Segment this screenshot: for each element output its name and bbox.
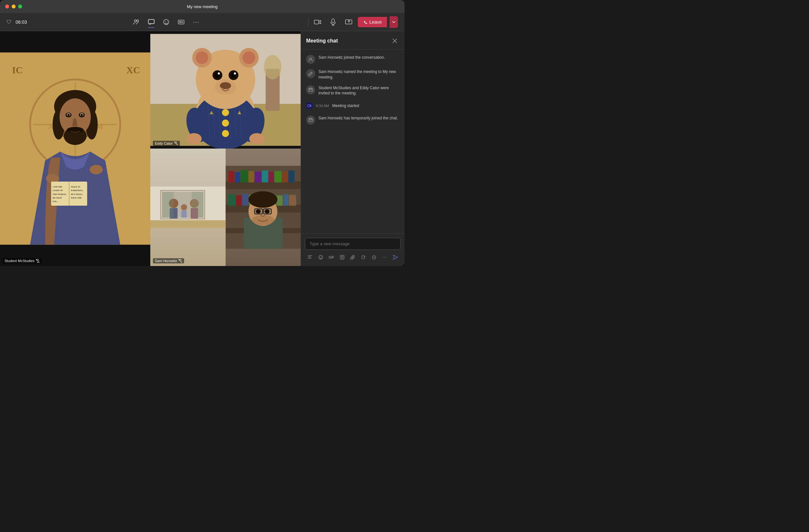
format-button[interactable] xyxy=(306,252,315,262)
schedule-icon xyxy=(372,255,377,260)
attach-button[interactable] xyxy=(348,252,358,262)
chat-icon-pencil xyxy=(306,69,315,78)
leave-label: Leave xyxy=(369,19,382,25)
svg-rect-114 xyxy=(228,194,235,206)
minimize-button[interactable] xyxy=(12,4,16,8)
svg-point-68 xyxy=(222,130,229,137)
svg-point-86 xyxy=(215,79,236,95)
temp-join-icon xyxy=(308,118,313,122)
chat-msg-text: Sam Horowitz named the meeting to My new… xyxy=(319,69,399,80)
chat-icon-person xyxy=(306,55,315,64)
chat-title: Meeting chat xyxy=(306,38,338,44)
toolbar: 🛡 06:03 xyxy=(0,13,404,31)
loop-button[interactable] xyxy=(359,252,368,262)
svg-point-133 xyxy=(310,58,312,60)
meeting-timer: 06:03 xyxy=(16,19,27,25)
svg-rect-11 xyxy=(332,19,334,23)
svg-point-140 xyxy=(320,256,321,257)
chat-messages: Sam Horowitz joined the conversation. Sa… xyxy=(301,50,404,234)
chat-message: Sam Horowitz joined the conversation. xyxy=(306,55,399,64)
svg-rect-97 xyxy=(162,192,174,218)
svg-point-93 xyxy=(181,204,187,210)
svg-text:DARKNESS,: DARKNESS, xyxy=(71,189,83,191)
chat-close-button[interactable] xyxy=(390,36,399,46)
more-options-icon: ··· xyxy=(382,254,387,260)
svg-rect-99 xyxy=(150,220,226,228)
video-tile-student-mcstudies: IC XC A M xyxy=(0,31,150,266)
attach-icon xyxy=(350,255,356,260)
camera-button[interactable] xyxy=(311,16,324,29)
4th-person-svg xyxy=(226,148,301,266)
loop-icon xyxy=(361,255,366,260)
chat-panel: Meeting chat xyxy=(300,31,404,266)
share-tray-button[interactable] xyxy=(175,16,188,29)
reactions-icon xyxy=(162,18,170,25)
sam-name-label: Sam Horowitz xyxy=(155,259,177,263)
chat-msg-text: Student McStudies and Eddy Cator were in… xyxy=(319,85,399,96)
more-options-button[interactable]: ··· xyxy=(380,252,389,262)
svg-text:IC: IC xyxy=(12,65,23,75)
meeting-started-badge: 9:34 AM Meeting started xyxy=(306,101,399,110)
video-tile-4th xyxy=(226,148,301,266)
close-button[interactable] xyxy=(5,4,9,8)
svg-point-1 xyxy=(137,20,139,22)
send-button[interactable] xyxy=(391,252,400,262)
send-icon xyxy=(393,254,398,260)
leave-button[interactable]: Leave xyxy=(358,17,387,27)
phone-icon xyxy=(363,20,367,24)
microphone-icon xyxy=(330,18,336,25)
message-input[interactable] xyxy=(305,238,401,250)
svg-text:FOL...: FOL... xyxy=(53,200,59,202)
teddy-bear-svg xyxy=(150,31,300,148)
chat-message: Sam Horowitz has temporarily joined the … xyxy=(306,116,399,125)
sticker-button[interactable] xyxy=(337,252,347,262)
gif-button[interactable]: GIF xyxy=(327,252,336,262)
chat-message: Sam Horowitz named the meeting to My new… xyxy=(306,69,399,80)
person-icon xyxy=(308,57,313,61)
participants-icon xyxy=(133,18,140,25)
svg-point-144 xyxy=(342,256,343,257)
svg-point-54 xyxy=(264,55,281,79)
svg-text:BUT SHALL: BUT SHALL xyxy=(71,193,83,195)
svg-point-71 xyxy=(186,133,202,144)
reactions-button[interactable] xyxy=(160,16,173,29)
share-screen-icon xyxy=(345,19,352,25)
svg-rect-116 xyxy=(242,194,248,206)
maximize-button[interactable] xyxy=(18,4,22,8)
microphone-button[interactable] xyxy=(327,16,340,29)
chat-button[interactable] xyxy=(145,16,158,29)
svg-point-36 xyxy=(81,114,83,116)
mic-muted-icon-eddy xyxy=(174,141,178,145)
participants-button[interactable] xyxy=(130,16,143,29)
video-label-student: Student McStudies xyxy=(3,258,41,263)
emoji-icon xyxy=(318,255,323,260)
svg-text:THE WORLD:: THE WORLD: xyxy=(53,193,66,195)
svg-point-83 xyxy=(218,72,220,74)
meeting-start-text: Meeting started xyxy=(332,104,359,108)
svg-rect-8 xyxy=(182,21,183,22)
svg-rect-135 xyxy=(310,88,312,90)
schedule-button[interactable] xyxy=(369,252,379,262)
svg-rect-115 xyxy=(236,195,242,206)
svg-text:XC: XC xyxy=(126,65,140,75)
svg-rect-111 xyxy=(274,171,281,182)
svg-point-72 xyxy=(249,133,264,144)
svg-rect-123 xyxy=(289,195,296,206)
more-button[interactable]: ··· xyxy=(190,16,203,29)
mic-muted-icon xyxy=(36,259,40,263)
share-screen-button[interactable] xyxy=(342,16,355,29)
invite-icon xyxy=(308,88,313,92)
emoji-button[interactable] xyxy=(316,252,326,262)
svg-text:I AM THE: I AM THE xyxy=(53,185,62,188)
chevron-down-icon xyxy=(392,21,395,23)
svg-text:HE THAT: HE THAT xyxy=(53,197,62,199)
svg-point-67 xyxy=(222,120,229,127)
svg-rect-98 xyxy=(192,192,204,218)
leave-dropdown-button[interactable] xyxy=(390,16,398,28)
video-icon xyxy=(307,104,311,108)
toolbar-right: Leave xyxy=(311,16,398,29)
video-tile-bottom-right: Sam Horowitz xyxy=(150,148,300,266)
video-tile-sam: Sam Horowitz xyxy=(150,148,226,266)
svg-rect-138 xyxy=(310,118,312,120)
chat-icon xyxy=(148,18,155,25)
